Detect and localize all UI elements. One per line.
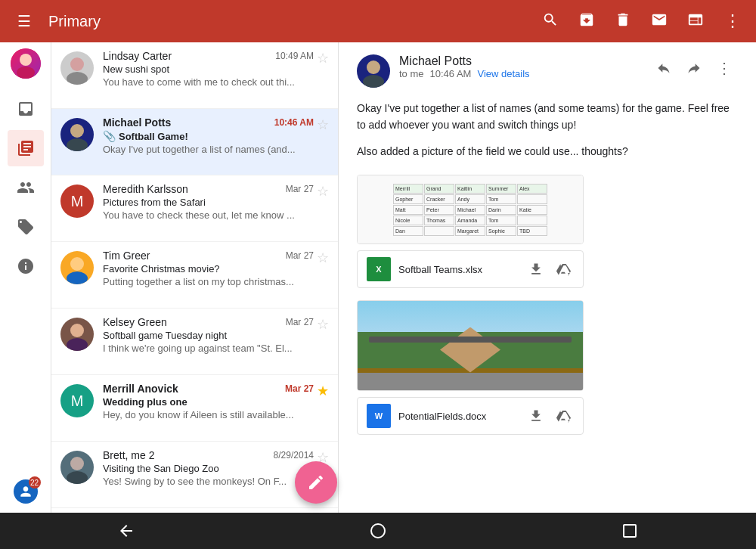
email-time-7: 8/29/2014 (274, 450, 314, 461)
attachment-2-bar: W PotentialFields.docx (357, 397, 584, 435)
email-content-1: Lindsay Carter 10:49 AM New sushi spot Y… (103, 50, 314, 88)
email-preview-5: I think we're going up against team "St.… (103, 343, 314, 354)
detail-sender-info: Michael Potts to me 10:46 AM View detail… (399, 54, 650, 79)
email-time-5: Mar 27 (286, 317, 314, 327)
avatar-meredith: M (60, 185, 94, 218)
email-content-2: Michael Potts 10:46 AM 📎Softball Game! O… (103, 116, 314, 155)
sidebar-item-info[interactable] (8, 248, 44, 284)
email-content-5: Kelsey Green Mar 27 Softball game Tuesda… (103, 316, 314, 354)
delete-icon (615, 11, 631, 32)
email-preview-7: Yes! Swing by to see the monkeys! On F..… (103, 476, 314, 487)
email-sender-5: Kelsey Green (103, 316, 167, 328)
star-2[interactable]: ☆ (317, 116, 329, 133)
svg-point-7 (67, 271, 88, 284)
email-item-2[interactable]: Michael Potts 10:46 AM 📎Softball Game! O… (51, 109, 338, 175)
email-time-1: 10:49 AM (275, 51, 314, 61)
avatar-michael (60, 118, 94, 151)
email-subject-3: Pictures from the Safari (103, 197, 314, 208)
avatar-brett (60, 451, 94, 484)
email-item-6[interactable]: M Merrill Anovick Mar 27 Wedding plus on… (51, 375, 338, 442)
app-title: Primary (48, 13, 101, 30)
email-item-4[interactable]: Tim Greer Mar 27 Favorite Christmas movi… (51, 242, 338, 309)
docx-icon: W (367, 404, 391, 428)
email-item-5[interactable]: Kelsey Green Mar 27 Softball game Tuesda… (51, 309, 338, 375)
compose-fab[interactable] (295, 461, 337, 504)
email-subject-7: Visiting the San Diego Zoo (103, 463, 314, 474)
star-3[interactable]: ☆ (317, 183, 329, 200)
more-vert-icon: ⋮ (724, 11, 740, 31)
email-subject-6: Wedding plus one (103, 396, 314, 408)
email-item-7[interactable]: Brett, me 2 8/29/2014 Visiting the San D… (51, 442, 338, 508)
svg-point-8 (70, 324, 84, 337)
attachment-2-container: W PotentialFields.docx (357, 300, 738, 435)
attachment-icon-2: 📎 (103, 130, 116, 142)
app-bar: ☰ Primary (0, 0, 756, 42)
reply-button[interactable] (650, 54, 677, 82)
email-content-6: Merrill Anovick Mar 27 Wedding plus one … (103, 383, 314, 420)
detail-header: Michael Potts to me 10:46 AM View detail… (357, 54, 738, 88)
svg-point-12 (367, 60, 380, 74)
forward-button[interactable] (680, 54, 708, 82)
sidebar-item-account[interactable]: 22 (8, 473, 44, 510)
email-preview-1: You have to come with me to check out th… (103, 76, 314, 88)
star-4[interactable]: ☆ (317, 250, 329, 266)
back-button[interactable] (108, 513, 144, 549)
email-preview-6: Hey, do you know if Aileen is still avai… (103, 409, 314, 420)
more-options-button[interactable]: ⋮ (717, 6, 747, 36)
archive-icon (578, 11, 595, 32)
svg-point-3 (67, 72, 88, 85)
email-time-2: 10:46 AM (274, 117, 314, 128)
star-1[interactable]: ☆ (317, 50, 329, 67)
attachment-1-container: MerrillGrandKaitlinSummerAlex GopherCrac… (357, 175, 738, 288)
download-attachment-2[interactable] (525, 405, 547, 426)
move-to-button[interactable] (680, 6, 711, 36)
svg-point-13 (363, 75, 384, 88)
user-avatar[interactable] (11, 48, 41, 79)
delete-button[interactable] (608, 6, 638, 36)
email-content-4: Tim Greer Mar 27 Favorite Christmas movi… (103, 250, 314, 287)
svg-point-5 (67, 138, 88, 151)
sidebar-item-inbox[interactable] (8, 91, 44, 127)
detail-more-button[interactable]: ⋮ (711, 54, 738, 82)
avatar-kelsey (60, 318, 94, 351)
email-item-3[interactable]: M Meredith Karlsson Mar 27 Pictures from… (51, 175, 338, 242)
recents-button[interactable] (612, 513, 648, 549)
archive-button[interactable] (572, 6, 602, 36)
detail-sender-avatar (357, 54, 390, 88)
email-detail: Michael Potts to me 10:46 AM View detail… (339, 42, 756, 513)
svg-point-10 (70, 457, 84, 470)
star-6[interactable]: ★ (317, 383, 329, 399)
sidebar-item-primary[interactable] (8, 130, 44, 166)
avatar-tim (60, 251, 94, 284)
main-layout: 22 Lindsay Carter 10:49 AM New sushi spo… (0, 42, 756, 513)
email-sender-4: Tim Greer (103, 250, 150, 262)
email-sender-7: Brett, me 2 (103, 449, 154, 461)
save-to-drive-1[interactable] (553, 259, 574, 280)
home-button[interactable] (360, 513, 396, 549)
email-subject-5: Softball game Tuesday night (103, 330, 314, 341)
more-vert-detail-icon: ⋮ (717, 59, 732, 77)
email-content-3: Meredith Karlsson Mar 27 Pictures from t… (103, 183, 314, 221)
download-attachment-1[interactable] (525, 259, 547, 280)
menu-button[interactable]: ☰ (9, 6, 39, 36)
attachment-1-bar: X Softball Teams.xlsx (357, 250, 584, 288)
detail-body: Okay I've put together a list of names (… (357, 100, 738, 160)
star-5[interactable]: ☆ (317, 316, 329, 333)
sidebar-item-people[interactable] (8, 169, 44, 206)
body-paragraph-1: Okay I've put together a list of names (… (357, 100, 738, 134)
email-preview-3: You have to check these out, let me know… (103, 209, 314, 221)
email-sender-1: Lindsay Carter (103, 50, 172, 62)
email-time-6: Mar 27 (285, 383, 314, 394)
email-item-1[interactable]: Lindsay Carter 10:49 AM New sushi spot Y… (51, 42, 338, 109)
detail-to: to me (399, 68, 424, 79)
sidebar-item-tags[interactable] (8, 209, 44, 245)
svg-point-6 (70, 257, 84, 271)
mark-unread-button[interactable] (644, 6, 674, 36)
email-preview-4: Putting together a list on my top christ… (103, 276, 314, 287)
email-sender-2: Michael Potts (103, 116, 171, 129)
svg-point-14 (371, 524, 385, 538)
save-to-drive-2[interactable] (553, 405, 574, 426)
detail-actions: ⋮ (650, 54, 738, 82)
search-button[interactable] (535, 6, 565, 36)
view-details-link[interactable]: View details (477, 68, 529, 79)
